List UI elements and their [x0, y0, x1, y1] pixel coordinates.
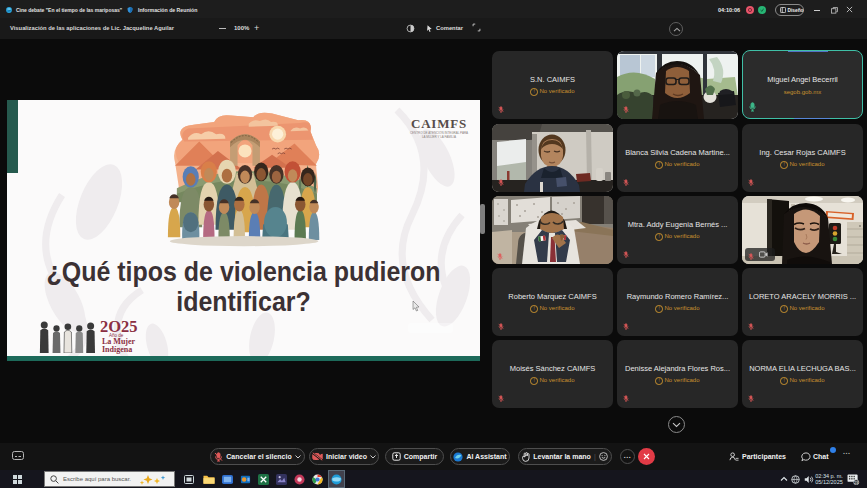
svg-text:23: 23: [854, 481, 858, 485]
